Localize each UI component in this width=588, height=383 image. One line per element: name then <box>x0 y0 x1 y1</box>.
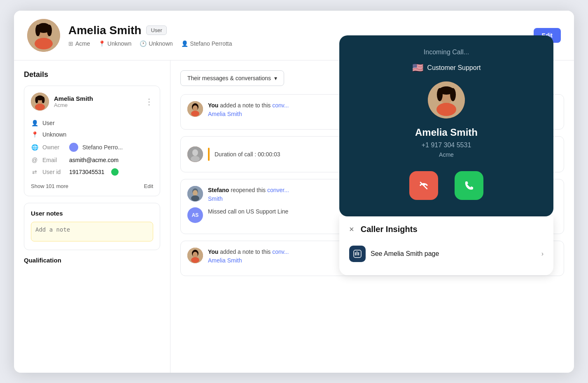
incoming-label: Incoming Call... <box>356 49 537 56</box>
conv-link-3[interactable]: conver... <box>267 187 289 193</box>
conv-sublink-1[interactable]: Amelia Smith <box>208 111 242 117</box>
conv-avatar-3b: AS <box>187 207 203 223</box>
show-more-row: Show 101 more Edit <box>31 183 153 189</box>
flag-icon: 🇺🇸 <box>412 63 423 73</box>
close-button[interactable]: × <box>349 225 354 234</box>
svg-rect-40 <box>357 251 357 255</box>
email-label: Email <box>42 157 65 163</box>
at-icon: @ <box>31 157 38 163</box>
svg-point-18 <box>191 111 199 116</box>
conv-avatar-4 <box>187 248 203 263</box>
svg-point-7 <box>38 23 49 30</box>
you-label: You <box>208 102 218 109</box>
owner-label: Owner <box>42 144 65 151</box>
role-value: User <box>42 120 55 126</box>
location-row: 📍 Unknown <box>31 129 153 140</box>
conv-sublink-3[interactable]: Smith <box>208 195 223 202</box>
see-contact-link[interactable]: See Amelia Smith page › <box>349 241 544 267</box>
chevron-down-icon: ▾ <box>274 75 277 81</box>
email-value: asmith@acme.com <box>69 157 119 163</box>
chevron-right-icon: › <box>541 250 544 258</box>
caller-insights-panel: × Caller Insights See Amelia Smith page … <box>339 216 553 275</box>
details-title: Details <box>24 70 160 79</box>
call-source-name: Customer Support <box>427 64 481 72</box>
active-indicator <box>111 168 119 176</box>
svg-point-29 <box>191 257 199 263</box>
conv-sublink-4[interactable]: Amelia Smith <box>208 257 242 264</box>
conv-link-4[interactable]: conv... <box>272 248 289 255</box>
svg-point-11 <box>35 104 45 110</box>
company-meta: ⊞ Acme <box>68 40 90 47</box>
conv-text-3b: Missed call on US Support Line <box>208 207 288 216</box>
more-options-icon[interactable]: ⋮ <box>145 97 153 107</box>
role-row: 👤 User <box>31 117 153 129</box>
dropdown-label: Their messages & conversations <box>187 75 271 81</box>
qualification-title: Qualification <box>24 257 160 264</box>
see-contact-text: See Amelia Smith page <box>371 250 439 258</box>
svg-point-20 <box>192 149 198 156</box>
conv-text-1: You added a note to this conv... Amelia … <box>208 101 289 118</box>
user-badge: User <box>146 26 166 35</box>
decline-button[interactable] <box>409 171 438 200</box>
call-avatar <box>187 146 203 162</box>
owner-name: Stefano Perro... <box>82 144 123 151</box>
main-container: Amelia Smith User ⊞ Acme 📍 Unknown 🕐 Unk… <box>14 11 574 373</box>
stefano-label: Stefano <box>208 187 229 193</box>
contact-avatar <box>31 93 49 111</box>
conv-text-4: You added a note to this conv... Amelia … <box>208 248 289 265</box>
svg-rect-41 <box>358 252 359 255</box>
svg-point-21 <box>191 156 200 162</box>
svg-point-24 <box>193 190 198 196</box>
caller-phone: +1 917 304 5531 <box>356 142 537 149</box>
svg-point-13 <box>35 97 38 103</box>
user-notes-title: User notes <box>31 210 153 217</box>
userid-label: User id <box>42 169 65 175</box>
conv-link-1[interactable]: conv... <box>272 102 289 109</box>
location-detail-value: Unknown <box>42 131 66 138</box>
you-label-2: You <box>208 248 218 255</box>
owner-row: 🌐 Owner Stefano Perro... <box>31 140 153 154</box>
insights-header: × Caller Insights <box>349 225 544 234</box>
location-icon: 📍 <box>98 40 105 47</box>
caller-avatar <box>428 81 465 118</box>
svg-point-3 <box>35 38 53 49</box>
building-icon: ⊞ <box>68 40 73 47</box>
show-more-link[interactable]: Show 101 more <box>31 183 68 189</box>
userid-value: 19173045531 <box>69 169 105 175</box>
call-overlay: Incoming Call... 🇺🇸 Customer Support Ame… <box>339 35 553 275</box>
user-notes-card: User notes <box>24 203 160 250</box>
owner-icon: 👤 <box>181 40 188 47</box>
timezone-value: Unknown <box>149 40 173 47</box>
owner-meta: 👤 Stefano Perrotta <box>181 40 232 47</box>
timezone-meta: 🕐 Unknown <box>140 40 173 47</box>
contact-name: Amelia Smith <box>54 95 93 102</box>
call-duration: Duration of call : 00:00:03 <box>215 151 280 158</box>
svg-rect-39 <box>355 252 356 255</box>
header-name: Amelia Smith <box>68 24 141 37</box>
contact-header: Amelia Smith Acme ⋮ <box>31 93 153 111</box>
caller-company: Acme <box>356 151 537 158</box>
svg-point-25 <box>191 195 199 201</box>
details-card: Amelia Smith Acme ⋮ 👤 User 📍 Unknown 🌐 O… <box>24 86 160 196</box>
call-source: 🇺🇸 Customer Support <box>356 63 537 73</box>
notes-input[interactable] <box>31 222 153 241</box>
left-panel: Details <box>14 60 170 373</box>
conv-avatar-3 <box>187 186 203 202</box>
location-value: Unknown <box>107 40 131 47</box>
location-meta: 📍 Unknown <box>98 40 131 47</box>
svg-point-35 <box>437 88 443 101</box>
contact-company: Acme <box>54 102 93 108</box>
pin-icon: 📍 <box>31 131 38 138</box>
transfer-icon: ⇄ <box>31 169 38 175</box>
call-actions <box>356 171 537 200</box>
details-edit-link[interactable]: Edit <box>144 183 153 189</box>
caller-name: Amelia Smith <box>356 127 537 138</box>
accept-button[interactable] <box>455 171 483 200</box>
owner-detail-icon: 🌐 <box>31 144 38 151</box>
conv-avatar-1 <box>187 101 203 117</box>
conversations-dropdown[interactable]: Their messages & conversations ▾ <box>180 70 284 86</box>
profile-avatar <box>27 19 60 52</box>
svg-point-28 <box>193 252 198 258</box>
email-row: @ Email asmith@acme.com <box>31 154 153 166</box>
company-value: Acme <box>75 40 90 47</box>
